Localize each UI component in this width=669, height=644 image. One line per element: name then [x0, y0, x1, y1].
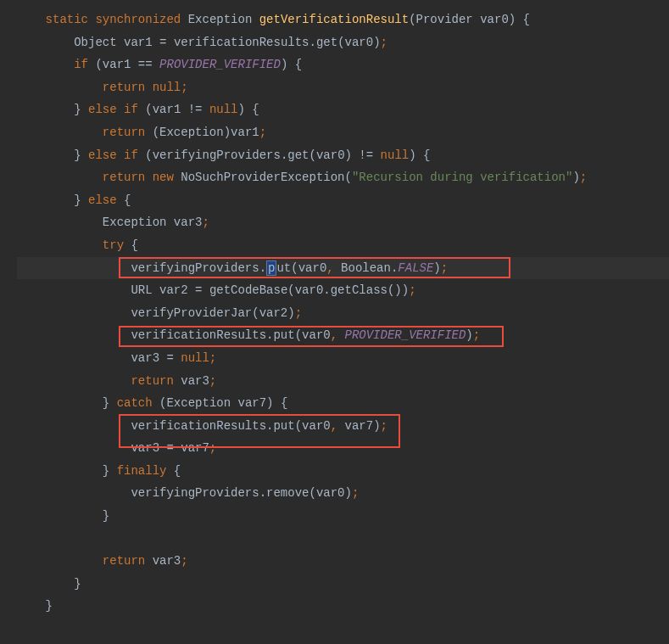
var: var3 [131, 441, 159, 455]
arg: var0 [295, 283, 324, 297]
param-type: Provider [416, 13, 473, 26]
semi: ; [381, 36, 387, 49]
type: Object [74, 36, 116, 49]
paren: ) [281, 58, 287, 71]
keyword-if: if [124, 103, 138, 116]
code-line[interactable]: return var3; [17, 370, 669, 393]
code-line[interactable]: verificationResults.put(var0, PROVIDER_V… [17, 324, 669, 347]
brace: } [103, 509, 109, 523]
cast-type: Exception [159, 126, 224, 139]
keyword-finally: finally [117, 464, 167, 478]
paren: ( [345, 171, 352, 184]
code-line-highlighted[interactable]: verifyingProviders.put(var0, Boolean.FAL… [17, 257, 669, 280]
brace: } [74, 148, 81, 162]
code-line[interactable]: return var3; [17, 550, 669, 573]
semi: ; [580, 171, 587, 184]
keyword-if: if [124, 148, 138, 162]
paren: ) [238, 103, 245, 116]
code-line[interactable]: } [17, 505, 669, 528]
dot: . [323, 283, 330, 297]
arg: var2 [259, 306, 288, 320]
arg: var0 [345, 36, 374, 49]
brace: { [131, 238, 137, 252]
paren: ) [572, 171, 579, 184]
brace: } [46, 599, 53, 613]
op: = [159, 36, 166, 49]
var: var7 [238, 396, 267, 410]
code-line[interactable]: return new NoSuchProviderException("Recu… [17, 166, 669, 189]
code-line[interactable]: } catch (Exception var7) { [17, 392, 669, 415]
code-line[interactable]: } finally { [17, 460, 669, 483]
var: var2 [159, 283, 188, 297]
semi: ; [441, 261, 448, 275]
op: = [195, 283, 202, 297]
paren: ( [95, 58, 102, 71]
semi: ; [181, 554, 187, 568]
constant: PROVIDER_VERIFIED [345, 328, 466, 342]
code-line[interactable]: Object var1 = verificationResults.get(va… [17, 31, 669, 54]
class: Boolean [341, 261, 391, 275]
constant: FALSE [398, 261, 433, 275]
code-line[interactable]: Exception var3; [17, 211, 669, 234]
brace: { [281, 396, 287, 410]
brace: { [295, 58, 302, 71]
keyword-return: return [103, 554, 145, 568]
paren: ) [224, 126, 231, 139]
code-line[interactable]: verifyingProviders.remove(var0); [17, 482, 669, 505]
keyword-return: return [103, 126, 145, 139]
keyword-else: else [88, 148, 117, 162]
semi: ; [381, 419, 387, 433]
param: var0 [480, 13, 509, 26]
paren: ( [309, 148, 316, 162]
paren: ( [145, 148, 152, 162]
code-line[interactable]: var3 = null; [17, 347, 669, 370]
method: ut [276, 261, 291, 275]
paren: ( [337, 36, 344, 49]
code-line[interactable]: } else if (verifyingProviders.get(var0) … [17, 144, 669, 167]
code-line[interactable]: return (Exception)var1; [17, 121, 669, 144]
brace: } [74, 193, 81, 207]
method: remove [266, 486, 309, 500]
paren: ) [345, 148, 352, 162]
code-line[interactable]: verificationResults.put(var0, var7); [17, 415, 669, 438]
code-line[interactable]: } [17, 573, 669, 596]
var: var1 [124, 36, 153, 49]
obj: verifyingProviders [131, 486, 259, 500]
paren: ) [266, 396, 273, 410]
keyword-catch: catch [117, 396, 153, 410]
keyword-return: return [103, 81, 145, 94]
keyword-return: return [103, 171, 145, 184]
paren: ) [409, 148, 415, 162]
code-line[interactable]: var3 = var7; [17, 437, 669, 460]
obj: verificationResults [131, 419, 266, 433]
arg: var0 [316, 486, 345, 500]
code-line[interactable]: } else if (var1 != null) { [17, 98, 669, 121]
semi: ; [209, 441, 216, 455]
paren: ( [409, 13, 415, 26]
null: null [381, 148, 410, 162]
arg: var0 [316, 148, 345, 162]
arg: var0 [302, 419, 331, 433]
code-line[interactable]: URL var2 = getCodeBase(var0.getClass()); [17, 279, 669, 302]
keyword-synchronized: synchronized [95, 13, 181, 26]
code-line[interactable]: } else { [17, 189, 669, 212]
semi: ; [352, 486, 359, 500]
code-line[interactable]: try { [17, 234, 669, 257]
code-line[interactable] [17, 528, 669, 551]
obj: verifyingProviders [153, 148, 281, 162]
var: var3 [174, 216, 203, 229]
brace: { [523, 13, 530, 26]
code-line[interactable]: static synchronized Exception getVerific… [17, 8, 669, 31]
brace: { [252, 103, 259, 116]
paren: ) [433, 261, 440, 275]
keyword-return: return [131, 374, 173, 388]
code-editor[interactable]: static synchronized Exception getVerific… [0, 8, 669, 618]
code-line[interactable]: } [17, 595, 669, 618]
code-line[interactable]: if (var1 == PROVIDER_VERIFIED) { [17, 53, 669, 76]
paren: ) [509, 13, 516, 26]
code-line[interactable]: verifyProviderJar(var2); [17, 302, 669, 325]
code-line[interactable]: return null; [17, 76, 669, 99]
paren: ) [373, 36, 380, 49]
keyword-static: static [46, 13, 88, 26]
paren: ( [295, 328, 302, 342]
